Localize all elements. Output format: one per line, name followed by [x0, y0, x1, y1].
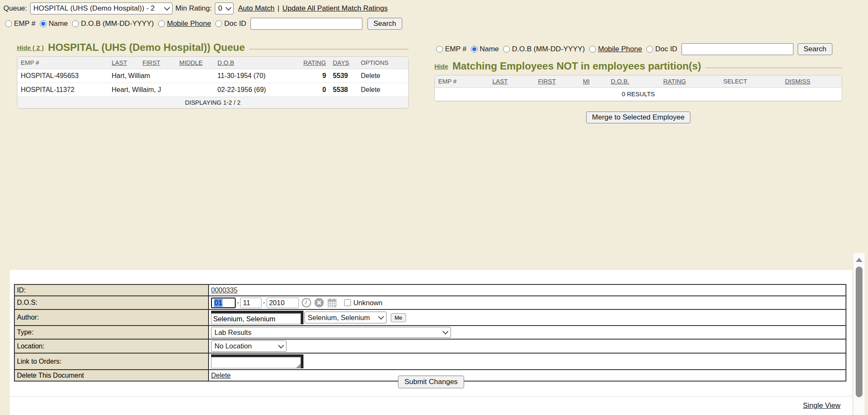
document-edit-panel: ID: 0000335 D.O.S: 01 - 11 - 2010	[10, 270, 852, 415]
queue-select[interactable]: HOSPITAL (UHS (Demo Hospital)) - 2	[30, 3, 172, 14]
chevron-down-icon	[278, 342, 284, 348]
me-button[interactable]: Me	[391, 313, 406, 322]
match-hide-link[interactable]: Hide	[434, 63, 448, 70]
left-radio-mobile[interactable]: Mobile Phone	[158, 19, 211, 28]
orders-input-shadow	[211, 357, 301, 368]
submit-changes-button[interactable]: Submit Changes	[398, 376, 464, 388]
unknown-checkbox[interactable]	[344, 299, 351, 306]
paging-status: DISPLAYING 1-2 / 2	[17, 97, 408, 109]
dob-radio[interactable]	[503, 46, 510, 53]
delete-row-link[interactable]: Delete	[357, 69, 408, 83]
chevron-down-icon	[378, 314, 384, 320]
vertical-scrollbar[interactable]	[854, 253, 865, 415]
rating-cell: 0	[294, 83, 329, 97]
dob-radio-label: D.O.B (MM-DD-YYYY)	[512, 45, 585, 53]
doc-id-radio-label: Doc ID	[655, 45, 677, 53]
author-select-value: Selenium, Selenium	[308, 314, 370, 322]
right-search-input[interactable]	[682, 43, 793, 55]
link-separator: |	[278, 4, 279, 13]
dob-cell: 11-30-1954 (70)	[214, 69, 295, 83]
empno-radio[interactable]	[436, 46, 443, 53]
dob-radio[interactable]	[72, 20, 79, 27]
left-radio-name[interactable]: Name	[40, 19, 68, 28]
right-radio-dob[interactable]: D.O.B (MM-DD-YYYY)	[503, 45, 585, 53]
update-ratings-link[interactable]: Update All Patient Match Ratings	[282, 4, 388, 13]
author-input[interactable]	[211, 313, 301, 324]
left-radio-dob[interactable]: D.O.B (MM-DD-YYYY)	[72, 19, 154, 28]
location-select[interactable]: No Location	[211, 340, 287, 352]
col-options: OPTIONS	[357, 57, 408, 69]
link-to-orders-input[interactable]	[211, 357, 301, 368]
queue-toolbar: Queue: HOSPITAL (UHS (Demo Hospital)) - …	[3, 3, 388, 14]
col-middle[interactable]: MIDDLE	[176, 57, 214, 69]
col-rating[interactable]: RATING	[660, 75, 720, 88]
queue-hide-link[interactable]: Hide ( 2 )	[17, 44, 44, 51]
merge-to-selected-button[interactable]: Merge to Selected Employee	[586, 111, 690, 123]
left-radio-empno[interactable]: EMP #	[5, 19, 36, 28]
single-view-link[interactable]: Single View	[803, 401, 840, 410]
left-radio-docid[interactable]: Doc ID	[215, 19, 246, 28]
id-label: ID:	[14, 284, 209, 296]
col-dob[interactable]: D.O.B.	[607, 75, 660, 88]
left-search-input[interactable]	[250, 18, 362, 30]
dos-month-input[interactable]: 01	[211, 298, 236, 308]
matching-employees-panel: EMP # Name D.O.B (MM-DD-YYYY) Mobile Pho…	[434, 43, 842, 123]
right-radio-mobile[interactable]: Mobile Phone	[589, 45, 642, 53]
mobile-phone-radio-label: Mobile Phone	[167, 19, 211, 28]
queue-table: EMP # LAST FIRST MIDDLE D.O.B RATING DAY…	[17, 57, 408, 108]
mobile-phone-radio[interactable]	[158, 20, 165, 27]
empno-radio-label: EMP #	[14, 19, 36, 28]
name-radio[interactable]	[471, 46, 478, 53]
left-search-button[interactable]: Search	[367, 18, 402, 30]
selected-text: 01	[214, 299, 223, 307]
col-dismiss[interactable]: DISMISS	[782, 75, 842, 88]
queue-label: Queue:	[3, 4, 27, 13]
doc-id-radio[interactable]	[646, 46, 653, 53]
mobile-phone-radio[interactable]	[589, 46, 596, 53]
dos-year-input[interactable]: 2010	[267, 298, 299, 308]
col-first[interactable]: FIRST	[139, 57, 176, 69]
calendar-icon[interactable]	[327, 298, 337, 308]
date-separator: -	[237, 299, 239, 306]
right-radio-name[interactable]: Name	[471, 45, 499, 53]
resize-grip-icon[interactable]	[296, 363, 300, 368]
min-rating-select[interactable]: 0	[215, 3, 234, 14]
delete-row-link[interactable]: Delete	[357, 83, 408, 97]
dos-day-input[interactable]: 11	[240, 298, 262, 308]
empno-radio[interactable]	[5, 20, 12, 27]
type-label: Type:	[14, 326, 209, 339]
col-last[interactable]: LAST	[489, 75, 535, 88]
col-last[interactable]: LAST	[108, 57, 139, 69]
auto-match-link[interactable]: Auto Match	[238, 4, 275, 13]
author-select[interactable]: Selenium, Selenium	[304, 312, 387, 323]
emp-id-cell: HOSPITAL-495653	[17, 69, 108, 83]
clear-icon[interactable]	[314, 298, 324, 308]
dos-field-group: 01 - 11 - 2010	[211, 298, 843, 308]
right-search-button[interactable]: Search	[798, 43, 832, 55]
scroll-up-arrow[interactable]	[856, 258, 862, 262]
document-id-link[interactable]: 0000335	[211, 287, 237, 294]
match-table-card: EMP # LAST FIRST MI D.O.B. RATING SELECT…	[434, 75, 842, 101]
col-rating[interactable]: RATING	[294, 57, 329, 69]
name-radio[interactable]	[40, 20, 47, 27]
dob-cell: 02-22-1956 (69)	[214, 83, 295, 97]
table-row[interactable]: HOSPITAL-495653 Hart, William 11-30-1954…	[17, 69, 408, 83]
type-select[interactable]: Lab Results	[211, 327, 451, 338]
doc-id-radio[interactable]	[215, 20, 222, 27]
dob-radio-label: D.O.B (MM-DD-YYYY)	[81, 19, 154, 28]
col-dob[interactable]: D.O.B	[214, 57, 295, 69]
no-results-row: 0 RESULTS	[435, 88, 842, 101]
doc-id-radio-label: Doc ID	[224, 19, 246, 28]
min-rating-label: Min Rating:	[175, 4, 212, 13]
emp-id-cell: HOSPITAL-11372	[17, 83, 108, 97]
table-row[interactable]: HOSPITAL-11372 Heart, Willaim, J 02-22-1…	[17, 83, 408, 97]
right-radio-empno[interactable]: EMP #	[436, 45, 467, 53]
scrollbar-thumb[interactable]	[856, 267, 862, 397]
right-radio-docid[interactable]: Doc ID	[646, 45, 677, 53]
location-select-value: No Location	[214, 342, 252, 350]
col-first[interactable]: FIRST	[534, 75, 579, 88]
clock-icon[interactable]	[301, 298, 312, 308]
col-mi[interactable]: MI	[579, 75, 607, 88]
col-days[interactable]: DAYS	[329, 57, 357, 69]
legend-line	[249, 49, 409, 50]
